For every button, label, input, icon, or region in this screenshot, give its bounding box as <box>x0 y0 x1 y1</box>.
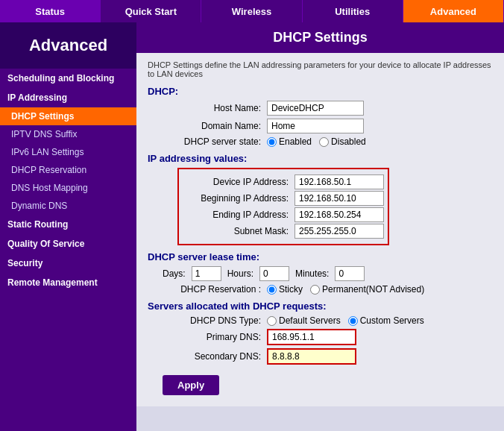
main-layout: Advanced Scheduling and Blocking IP Addr… <box>0 22 504 431</box>
days-label: Days: <box>163 268 186 279</box>
sidebar-section-static-routing[interactable]: Static Routing <box>0 215 136 234</box>
end-ip-input[interactable] <box>294 207 384 222</box>
device-ip-input[interactable] <box>294 174 384 189</box>
begin-ip-label: Beginning IP Address: <box>183 193 294 204</box>
disabled-label: Disabled <box>331 136 366 147</box>
dns-type-label: DHCP DNS Type: <box>163 315 267 326</box>
end-ip-row: Ending IP Address: <box>183 207 384 222</box>
page-title: DHCP Settings <box>136 22 504 53</box>
disabled-radio[interactable] <box>319 137 329 147</box>
server-state-radio-group: Enabled Disabled <box>267 136 366 147</box>
custom-servers-radio-label[interactable]: Custom Servers <box>348 315 424 326</box>
domain-name-input[interactable] <box>267 119 364 133</box>
lease-time-label: DHCP server lease time: <box>148 251 493 262</box>
nav-quick-start[interactable]: Quick Start <box>101 0 201 22</box>
minutes-label: Minutes: <box>295 268 329 279</box>
host-name-label: Host Name: <box>163 103 267 113</box>
host-name-input[interactable] <box>267 101 364 116</box>
enabled-label: Enabled <box>279 136 312 147</box>
sidebar-item-ipv6-lan[interactable]: IPv6 LAN Settings <box>0 143 136 161</box>
ip-addressing-label: IP addressing values: <box>148 153 493 164</box>
servers-section-label: Servers allocated with DHCP requests: <box>148 301 493 312</box>
sidebar-item-iptv-dns[interactable]: IPTV DNS Suffix <box>0 125 136 143</box>
sidebar: Advanced Scheduling and Blocking IP Addr… <box>0 22 136 431</box>
dns-type-radio-group: Default Servers Custom Servers <box>267 315 424 326</box>
nav-utilities[interactable]: Utilities <box>303 0 403 22</box>
sidebar-item-dhcp-settings[interactable]: DHCP Settings <box>0 107 136 125</box>
sidebar-header: Advanced <box>0 22 136 69</box>
page-description: DHCP Settings define the LAN addressing … <box>148 60 493 78</box>
device-ip-label: Device IP Address: <box>183 177 294 187</box>
minutes-input[interactable] <box>335 266 365 281</box>
end-ip-label: Ending IP Address: <box>183 210 294 220</box>
ip-addressing-box: Device IP Address: Beginning IP Address:… <box>177 168 389 245</box>
domain-name-row: Domain Name: <box>148 119 493 133</box>
begin-ip-row: Beginning IP Address: <box>183 191 384 206</box>
sidebar-section-scheduling[interactable]: Scheduling and Blocking <box>0 69 136 88</box>
dns-type-row: DHCP DNS Type: Default Servers Custom Se… <box>148 315 493 326</box>
sidebar-section-ip-addressing[interactable]: IP Addressing <box>0 88 136 107</box>
server-state-label: DHCP server state: <box>163 136 267 147</box>
disabled-radio-label[interactable]: Disabled <box>319 136 366 147</box>
nav-wireless[interactable]: Wireless <box>201 0 302 22</box>
secondary-dns-input[interactable] <box>267 348 356 365</box>
subnet-row: Subnet Mask: <box>183 224 384 239</box>
reservation-row: DHCP Reservation : Sticky Permanent(NOT … <box>148 284 493 295</box>
top-navigation: Status Quick Start Wireless Utilities Ad… <box>0 0 504 22</box>
server-state-row: DHCP server state: Enabled Disabled <box>148 136 493 147</box>
primary-dns-label: Primary DNS: <box>163 332 267 342</box>
sticky-label: Sticky <box>279 284 303 295</box>
enabled-radio-label[interactable]: Enabled <box>267 136 312 147</box>
sticky-radio[interactable] <box>267 285 277 295</box>
hours-label: Hours: <box>227 268 253 279</box>
dhcp-section-label: DHCP: <box>148 86 493 97</box>
sidebar-item-dynamic-dns[interactable]: Dynamic DNS <box>0 197 136 215</box>
reservation-radio-group: Sticky Permanent(NOT Advised) <box>267 284 424 295</box>
default-servers-label: Default Servers <box>279 315 341 326</box>
nav-status[interactable]: Status <box>0 0 101 22</box>
subnet-input[interactable] <box>294 224 384 239</box>
enabled-radio[interactable] <box>267 137 277 147</box>
permanent-label: Permanent(NOT Advised) <box>322 284 424 295</box>
custom-servers-radio[interactable] <box>348 316 358 326</box>
default-servers-radio-label[interactable]: Default Servers <box>267 315 341 326</box>
lease-time-row: Days: Hours: Minutes: <box>163 266 493 281</box>
secondary-dns-label: Secondary DNS: <box>163 351 267 362</box>
primary-dns-input[interactable] <box>267 329 356 345</box>
apply-button[interactable]: Apply <box>163 375 219 395</box>
custom-servers-label: Custom Servers <box>360 315 424 326</box>
sticky-radio-label[interactable]: Sticky <box>267 284 303 295</box>
reservation-label: DHCP Reservation : <box>163 284 267 295</box>
device-ip-row: Device IP Address: <box>183 174 384 189</box>
host-name-row: Host Name: <box>148 101 493 116</box>
subnet-label: Subnet Mask: <box>183 226 294 236</box>
sidebar-item-dhcp-reservation[interactable]: DHCP Reservation <box>0 161 136 179</box>
domain-name-label: Domain Name: <box>163 121 267 131</box>
sidebar-section-security[interactable]: Security <box>0 254 136 273</box>
sidebar-section-remote-mgmt[interactable]: Remote Management <box>0 273 136 292</box>
default-servers-radio[interactable] <box>267 316 277 326</box>
sidebar-item-dns-host-mapping[interactable]: DNS Host Mapping <box>0 179 136 197</box>
days-input[interactable] <box>192 266 221 281</box>
nav-advanced[interactable]: Advanced <box>403 0 504 22</box>
hours-input[interactable] <box>259 266 289 281</box>
content-area: DHCP Settings DHCP Settings define the L… <box>136 22 504 431</box>
permanent-radio-label[interactable]: Permanent(NOT Advised) <box>310 284 424 295</box>
content-body: DHCP Settings define the LAN addressing … <box>136 53 504 406</box>
primary-dns-row: Primary DNS: <box>148 329 493 345</box>
sidebar-section-qos[interactable]: Quality Of Service <box>0 234 136 254</box>
begin-ip-input[interactable] <box>294 191 384 206</box>
secondary-dns-row: Secondary DNS: <box>148 348 493 365</box>
permanent-radio[interactable] <box>310 285 320 295</box>
